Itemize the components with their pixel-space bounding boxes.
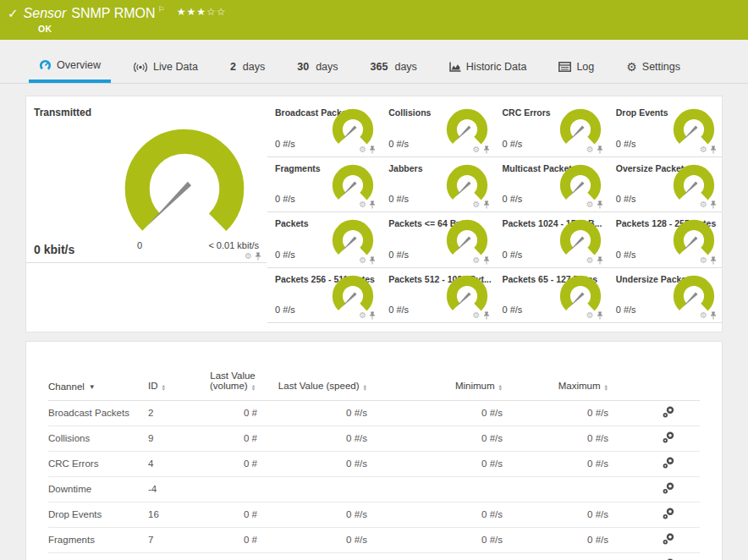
- gear-icon[interactable]: ⚙: [473, 145, 481, 154]
- gauge-actions: ⚙: [586, 145, 603, 154]
- gear-icon[interactable]: ⚙: [586, 200, 594, 209]
- gauge-needle: [342, 236, 357, 251]
- tab-number: 2: [230, 61, 236, 73]
- gear-icon[interactable]: ⚙: [245, 252, 252, 261]
- channel-last-value-volume: 0 #: [203, 400, 262, 425]
- channel-maximum: 0 #/s: [508, 425, 613, 451]
- tab-historic-data[interactable]: Historic Data: [439, 51, 537, 83]
- gauge-needle: [342, 125, 357, 140]
- pin-icon[interactable]: [255, 252, 261, 261]
- gear-icon[interactable]: ⚙: [359, 145, 366, 154]
- channel-gauge-cell[interactable]: Collisions 0 #/s ⚙: [381, 102, 494, 157]
- col-header-last-value-speed[interactable]: Last Value (speed)▲▼: [262, 342, 372, 400]
- gear-icon[interactable]: ⚙: [473, 311, 481, 320]
- gear-icon[interactable]: ⚙: [700, 311, 707, 320]
- tab-30-days[interactable]: 30 days: [287, 51, 348, 83]
- tab-overview[interactable]: Overview: [29, 51, 111, 83]
- gauge-needle: [455, 181, 470, 196]
- pin-icon[interactable]: [597, 145, 603, 154]
- sort-icon: ▲▼: [498, 384, 503, 392]
- channel-gauge-cell[interactable]: Packets 1024 - 1518 B... 0 #/s ⚙: [495, 212, 608, 268]
- pin-icon[interactable]: [483, 145, 490, 154]
- col-header-id[interactable]: ID▲▼: [148, 342, 203, 400]
- sort-desc-icon: ▼: [89, 383, 96, 391]
- gear-icon[interactable]: ⚙: [359, 256, 366, 265]
- gear-icon[interactable]: ⚙: [700, 256, 707, 265]
- channels-panel: Channel▼ ID▲▼ Last Value (volume)▲▼ Last…: [25, 341, 723, 560]
- gear-icon[interactable]: ⚙: [473, 200, 481, 209]
- col-header-maximum[interactable]: Maximum▲▼: [508, 342, 613, 400]
- gear-icon[interactable]: ⚙: [359, 200, 366, 209]
- channel-gauge-cell[interactable]: Undersize Packets 0 #/s ⚙: [608, 268, 722, 324]
- pin-icon[interactable]: [369, 256, 376, 265]
- channel-last-value-volume: 0 #: [203, 552, 262, 560]
- channel-gauge-cell[interactable]: Packets 65 - 127 Bytes 0 #/s ⚙: [495, 268, 608, 324]
- channel-gauge-cell[interactable]: Drop Events 0 #/s ⚙: [608, 102, 722, 157]
- channel-gauge-cell[interactable]: Fragments 0 #/s ⚙: [267, 157, 381, 213]
- channel-id: -4: [148, 476, 203, 502]
- gauge-needle: [147, 182, 191, 226]
- col-header-minimum[interactable]: Minimum▲▼: [372, 342, 508, 400]
- channel-settings-icon[interactable]: [663, 431, 674, 443]
- channel-gauge-cell[interactable]: Multicast Packets 0 #/s ⚙: [495, 157, 608, 213]
- tab-settings[interactable]: ⚙ Settings: [616, 51, 690, 83]
- gauge-actions: ⚙: [473, 200, 490, 209]
- channel-settings-icon[interactable]: [663, 482, 674, 494]
- channel-gauge-cell[interactable]: Broadcast Packets 0 #/s ⚙: [267, 102, 381, 157]
- gauge-title: Transmitted: [34, 107, 91, 118]
- col-header-channel[interactable]: Channel▼: [48, 342, 148, 400]
- gauge-value: 0 #/s: [275, 305, 295, 315]
- channel-gauge-cell[interactable]: Jabbers 0 #/s ⚙: [381, 157, 494, 213]
- pin-icon[interactable]: [369, 311, 376, 320]
- gauges-panel: Transmitted 0 < 0.01 kbit/s 0 kbit/s ⚙ B…: [25, 96, 723, 332]
- gear-icon[interactable]: ⚙: [586, 145, 594, 154]
- channel-gauge-cell[interactable]: Packets <= 64 Byte 0 #/s ⚙: [381, 212, 494, 268]
- pin-icon[interactable]: [483, 200, 490, 209]
- channel-id: 16: [148, 502, 203, 527]
- gear-icon: ⚙: [626, 61, 637, 73]
- pin-icon[interactable]: [597, 311, 603, 320]
- gauge-actions: ⚙: [245, 252, 261, 261]
- channel-row: Fragments 7 0 # 0 #/s 0 #/s 0 #/s: [48, 527, 700, 552]
- pin-icon[interactable]: [369, 145, 376, 154]
- tab-log[interactable]: Log: [548, 51, 604, 83]
- channel-gauge-cell[interactable]: Packets 128 - 255 Bytes 0 #/s ⚙: [608, 212, 722, 268]
- gear-icon[interactable]: ⚙: [700, 200, 707, 209]
- gauge-needle: [569, 181, 585, 196]
- gear-icon[interactable]: ⚙: [586, 311, 594, 320]
- gear-icon[interactable]: ⚙: [359, 311, 366, 320]
- area-chart-icon: [449, 62, 461, 72]
- gear-icon[interactable]: ⚙: [700, 145, 707, 154]
- channel-gauge-cell[interactable]: Packets 0 #/s ⚙: [267, 212, 381, 268]
- pin-icon[interactable]: [369, 200, 376, 209]
- pin-icon[interactable]: [483, 256, 490, 265]
- channel-settings-icon[interactable]: [663, 533, 674, 545]
- primary-gauge-cell[interactable]: Transmitted 0 < 0.01 kbit/s 0 kbit/s ⚙: [26, 96, 267, 263]
- flag-icon[interactable]: ⚐: [158, 4, 165, 14]
- gauge-value: 0 #/s: [616, 305, 636, 315]
- tab-365-days[interactable]: 365 days: [360, 51, 427, 83]
- channel-settings-icon[interactable]: [663, 457, 674, 469]
- gear-icon[interactable]: ⚙: [473, 256, 481, 265]
- gauge-needle: [683, 236, 698, 251]
- col-header-last-value-volume[interactable]: Last Value (volume)▲▼: [203, 342, 262, 400]
- channel-gauge-cell[interactable]: CRC Errors 0 #/s ⚙: [495, 102, 608, 157]
- channel-gauge-cell[interactable]: Oversize Packets 0 #/s ⚙: [608, 157, 722, 213]
- sort-icon: ▲▼: [604, 384, 608, 392]
- priority-stars[interactable]: ★★★☆☆: [177, 4, 227, 19]
- pin-icon[interactable]: [483, 311, 490, 320]
- channel-settings-icon[interactable]: [663, 508, 674, 519]
- pin-icon[interactable]: [597, 256, 603, 265]
- channel-settings-icon[interactable]: [663, 406, 674, 418]
- tab-live-data[interactable]: Live Data: [123, 51, 208, 83]
- pin-icon[interactable]: [710, 311, 717, 320]
- gear-icon[interactable]: ⚙: [586, 256, 594, 265]
- channel-gauge-cell[interactable]: Packets 256 - 511 Bytes 0 #/s ⚙: [267, 268, 381, 324]
- pin-icon[interactable]: [710, 145, 717, 154]
- pin-icon[interactable]: [710, 200, 717, 209]
- channel-gauge-cell[interactable]: Packets 512 - 1023 Byt... 0 #/s ⚙: [381, 268, 494, 324]
- channel-maximum: 0 #/s: [508, 552, 613, 560]
- pin-icon[interactable]: [597, 200, 603, 209]
- tab-2-days[interactable]: 2 days: [220, 51, 275, 83]
- pin-icon[interactable]: [710, 256, 717, 265]
